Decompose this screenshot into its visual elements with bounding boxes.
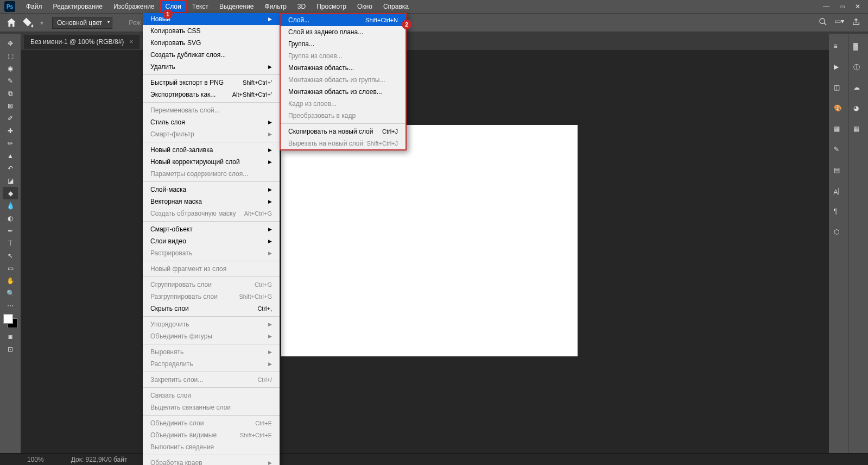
canvas-area xyxy=(21,50,829,453)
menu-item[interactable]: Скопировать на новый слойCtrl+J xyxy=(281,125,406,137)
screen-mode-icon[interactable]: ⊡ xyxy=(3,343,18,355)
grid-icon[interactable]: ▦ xyxy=(834,125,844,135)
document-tab[interactable]: Без имени-1 @ 100% (RGB/8#) × xyxy=(24,35,140,49)
new-submenu-dropdown: Слой...Shift+Ctrl+NСлой из заднего плана… xyxy=(280,13,407,150)
healing-tool-icon[interactable]: ✚ xyxy=(3,124,18,137)
workspace-icon[interactable]: ▭▾ xyxy=(835,17,844,28)
menu-item[interactable]: Новый слой-заливка▶ xyxy=(143,144,280,156)
hand-tool-icon[interactable]: ✋ xyxy=(3,274,18,287)
quick-mask-icon[interactable]: ◙ xyxy=(3,330,18,343)
gradient-bucket-tool-icon[interactable]: ◆ xyxy=(3,187,18,199)
document-canvas[interactable] xyxy=(281,125,578,356)
character-a-icon[interactable]: A| xyxy=(834,187,844,197)
libraries-icon[interactable]: ◫ xyxy=(834,84,844,93)
crop-tool-icon[interactable]: ⧉ xyxy=(3,87,18,99)
doc-info[interactable]: Док: 922,9K/0 байт xyxy=(71,456,128,463)
brush-settings-icon[interactable]: ✎ xyxy=(834,146,844,155)
menu-item: Кадр из слоев... xyxy=(281,98,406,110)
cloud-icon[interactable]: ☁ xyxy=(853,84,863,93)
eraser-tool-icon[interactable]: ◪ xyxy=(3,174,18,187)
edit-toolbar-icon[interactable]: ⋯ xyxy=(3,299,18,312)
menu-item: Связать слои xyxy=(143,389,280,401)
share-icon[interactable] xyxy=(852,17,860,28)
menu-файл[interactable]: Файл xyxy=(21,0,48,13)
menu-item[interactable]: Скрыть слоиCtrl+, xyxy=(143,303,280,315)
swatches-icon[interactable]: 🎨 xyxy=(834,104,844,114)
options-bar: ▾ Основной цвет Реж ▭▾ xyxy=(0,13,868,32)
type-tool-icon[interactable]: T xyxy=(3,237,18,249)
pattern-icon[interactable]: ▦ xyxy=(853,125,863,135)
play-icon[interactable]: ▶ xyxy=(834,63,844,73)
brush-tool-icon[interactable]: ✏ xyxy=(3,137,18,149)
history-icon[interactable]: ▓ xyxy=(853,42,863,52)
menu-просмотр[interactable]: Просмотр xyxy=(311,0,352,13)
path-select-tool-icon[interactable]: ↖ xyxy=(3,249,18,262)
paint-bucket-icon[interactable] xyxy=(23,17,35,29)
menu-item[interactable]: Смарт-объект▶ xyxy=(143,223,280,235)
menu-фильтр[interactable]: Фильтр xyxy=(259,0,292,13)
menu-item[interactable]: Создать дубликат слоя... xyxy=(143,49,280,61)
menu-item: Преобразовать в кадр xyxy=(281,110,406,122)
frame-tool-icon[interactable]: ⊠ xyxy=(3,99,18,112)
move-tool-icon[interactable]: ✥ xyxy=(3,37,18,49)
search-icon[interactable] xyxy=(819,17,827,28)
maximize-icon[interactable]: ▭ xyxy=(839,3,845,10)
menu-item[interactable]: Слой-маска▶ xyxy=(143,184,280,196)
adjustments-icon[interactable]: ≡ xyxy=(834,42,844,52)
menu-item: Выделить связанные слои xyxy=(143,401,280,413)
color-swatch[interactable] xyxy=(3,314,17,328)
menu-item[interactable]: Группа... xyxy=(281,38,406,50)
menu-item[interactable]: Экспортировать как...Alt+Shift+Ctrl+' xyxy=(143,89,280,100)
menu-item[interactable]: Монтажная область из слоев... xyxy=(281,86,406,98)
menu-3d[interactable]: 3D xyxy=(292,0,311,13)
menu-item[interactable]: Слой из заднего плана... xyxy=(281,26,406,38)
menu-item: Распределить▶ xyxy=(143,358,280,370)
menu-item[interactable]: Векторная маска▶ xyxy=(143,196,280,208)
info-icon[interactable]: ⓘ xyxy=(853,63,863,73)
shape-tool-icon[interactable]: ▭ xyxy=(3,262,18,274)
zoom-tool-icon[interactable]: 🔍 xyxy=(3,287,18,299)
menu-выделение[interactable]: Выделение xyxy=(214,0,259,13)
lasso-tool-icon[interactable]: ◉ xyxy=(3,62,18,74)
menu-item[interactable]: Новый корректирующий слой▶ xyxy=(143,156,280,168)
stamp-tool-icon[interactable]: ▲ xyxy=(3,149,18,162)
document-tab-title: Без имени-1 @ 100% (RGB/8#) xyxy=(30,38,124,46)
menu-item: Выполнить сведение xyxy=(143,441,280,453)
menu-item[interactable]: Быстрый экспорт в PNGShift+Ctrl+' xyxy=(143,77,280,89)
pen-tool-icon[interactable]: ✒ xyxy=(3,224,18,237)
menu-редактирование[interactable]: Редактирование xyxy=(48,0,108,13)
history-brush-tool-icon[interactable]: ↶ xyxy=(3,162,18,174)
tools-panel: ✥ ⬚ ◉ ✎ ⧉ ⊠ ✐ ✚ ✏ ▲ ↶ ◪ ◆ 💧 ◐ ✒ T ↖ ▭ ✋ … xyxy=(0,34,21,453)
paragraph-icon[interactable]: ¶ xyxy=(834,208,844,217)
menu-изображение[interactable]: Изображение xyxy=(108,0,160,13)
marquee-tool-icon[interactable]: ⬚ xyxy=(3,49,18,62)
menu-item: Закрепить слои...Ctrl+/ xyxy=(143,374,280,386)
dodge-tool-icon[interactable]: ◐ xyxy=(3,212,18,224)
menu-bar: Ps ФайлРедактированиеИзображениеСлоиТекс… xyxy=(0,0,868,13)
window-controls: — ▭ ✕ xyxy=(823,3,868,10)
eyedropper-tool-icon[interactable]: ✐ xyxy=(3,112,18,124)
menu-item[interactable]: Копировать SVG xyxy=(143,37,280,49)
fill-mode-dropdown[interactable]: Основной цвет xyxy=(52,17,112,29)
quick-select-tool-icon[interactable]: ✎ xyxy=(3,74,18,87)
menu-item[interactable]: Слои видео▶ xyxy=(143,235,280,247)
right-panel-dock: ≡ ▶ ◫ 🎨 ▦ ✎ ▤ A| ¶ ⬡ ▓ ⓘ ☁ ◕ ▦ xyxy=(829,34,868,453)
blur-tool-icon[interactable]: 💧 xyxy=(3,199,18,212)
menu-текст[interactable]: Текст xyxy=(187,0,214,13)
layers-icon[interactable]: ▤ xyxy=(834,166,844,176)
menu-справка[interactable]: Справка xyxy=(378,0,414,13)
color-wheel-icon[interactable]: ◕ xyxy=(853,104,863,114)
menu-item: Объединить видимыеShift+Ctrl+E xyxy=(143,429,280,441)
menu-item[interactable]: Слой...Shift+Ctrl+N xyxy=(281,14,406,26)
close-tab-icon[interactable]: × xyxy=(129,38,133,46)
zoom-level[interactable]: 100% xyxy=(27,456,44,463)
menu-окно[interactable]: Окно xyxy=(352,0,378,13)
menu-item[interactable]: Копировать CSS xyxy=(143,25,280,37)
menu-item[interactable]: Монтажная область... xyxy=(281,62,406,74)
menu-item[interactable]: Удалить▶ xyxy=(143,61,280,73)
3d-icon[interactable]: ⬡ xyxy=(834,228,844,238)
menu-item[interactable]: Стиль слоя▶ xyxy=(143,116,280,128)
close-icon[interactable]: ✕ xyxy=(855,3,860,10)
minimize-icon[interactable]: — xyxy=(823,3,829,10)
home-icon[interactable] xyxy=(5,17,17,29)
